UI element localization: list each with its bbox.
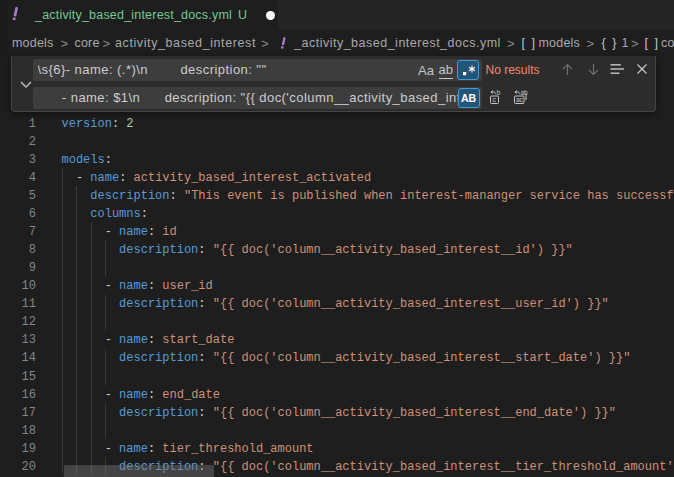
svg-text:c: c [492, 96, 496, 103]
svg-text:b: b [496, 89, 500, 96]
svg-text:ab: ab [520, 89, 528, 96]
svg-text:ac: ac [516, 96, 524, 103]
